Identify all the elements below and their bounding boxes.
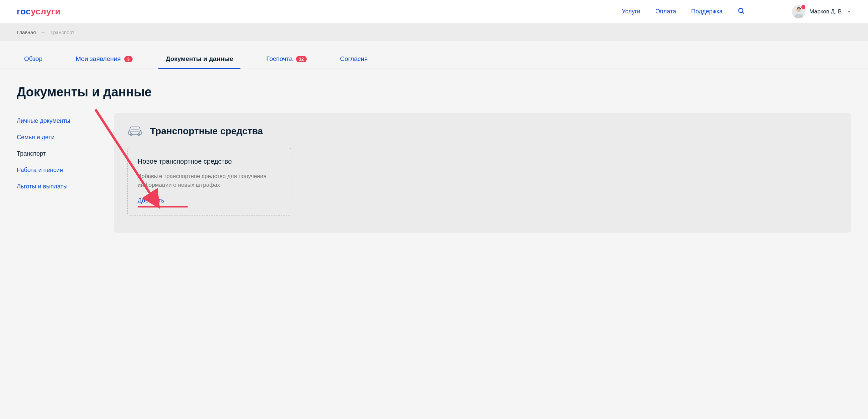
tabs-bar: Обзор Мои заявления 3 Документы и данные… <box>0 55 868 69</box>
tab-applications[interactable]: Мои заявления 3 <box>68 55 140 69</box>
logo[interactable]: госуслуги <box>17 6 61 17</box>
annotation-underline <box>137 206 188 207</box>
car-icon <box>127 125 143 138</box>
logo-part1: гос <box>17 6 31 17</box>
breadcrumb-home[interactable]: Главная <box>17 29 36 35</box>
tabs: Обзор Мои заявления 3 Документы и данные… <box>17 55 851 69</box>
tab-badge: 3 <box>124 56 133 62</box>
breadcrumb-arrow-icon: → <box>40 29 45 35</box>
svg-line-1 <box>742 12 744 13</box>
tab-label: Согласия <box>340 55 368 63</box>
notification-badge <box>801 5 805 9</box>
breadcrumb-bar: Главная → Транспорт <box>0 24 868 41</box>
tab-label: Документы и данные <box>166 55 233 63</box>
add-card-title: Новое транспортное средство <box>137 158 281 165</box>
nav-support[interactable]: Поддержка <box>691 8 723 15</box>
header-nav: Услуги Оплата Поддержка <box>622 7 745 16</box>
search-icon[interactable] <box>738 7 745 16</box>
user-menu[interactable]: Марков Д. В. <box>792 5 851 19</box>
add-button[interactable]: Добавить <box>137 197 164 204</box>
tab-badge: 12 <box>296 56 307 62</box>
chevron-down-icon <box>847 9 851 15</box>
panel-header: Транспортные средства <box>127 125 838 138</box>
breadcrumb: Главная → Транспорт <box>17 29 851 35</box>
tab-documents[interactable]: Документы и данные <box>158 55 241 69</box>
nav-payment[interactable]: Оплата <box>655 8 676 15</box>
avatar-wrap <box>792 5 805 19</box>
logo-part2: услуги <box>31 6 61 17</box>
main-panel: Транспортные средства Новое транспортное… <box>114 113 851 233</box>
user-name: Марков Д. В. <box>809 8 843 15</box>
page-title: Документы и данные <box>0 69 868 113</box>
sidebar-item-transport[interactable]: Транспорт <box>17 146 94 162</box>
sidebar-item-work[interactable]: Работа и пенсия <box>17 162 94 179</box>
tab-consents[interactable]: Согласия <box>333 55 375 69</box>
breadcrumb-current: Транспорт <box>50 29 74 35</box>
panel-title: Транспортные средства <box>150 126 263 136</box>
add-vehicle-card: Новое транспортное средство Добавьте тра… <box>127 148 291 216</box>
sidebar-item-family[interactable]: Семья и дети <box>17 129 94 146</box>
sidebar: Личные документы Семья и дети Транспорт … <box>17 113 94 233</box>
svg-point-0 <box>739 8 743 12</box>
tab-overview[interactable]: Обзор <box>17 55 50 69</box>
sidebar-item-personal[interactable]: Личные документы <box>17 113 94 129</box>
add-card-desc: Добавьте транспортное средство для получ… <box>137 172 281 189</box>
tab-label: Госпочта <box>266 55 292 63</box>
tab-label: Обзор <box>24 55 42 63</box>
tab-gospochta[interactable]: Госпочта 12 <box>259 55 314 69</box>
content: Личные документы Семья и дети Транспорт … <box>0 113 868 253</box>
nav-services[interactable]: Услуги <box>622 8 640 15</box>
header: госуслуги Услуги Оплата Поддержка Марков… <box>0 0 868 24</box>
tab-label: Мои заявления <box>76 55 121 63</box>
sidebar-item-benefits[interactable]: Льготы и выплаты <box>17 179 94 195</box>
